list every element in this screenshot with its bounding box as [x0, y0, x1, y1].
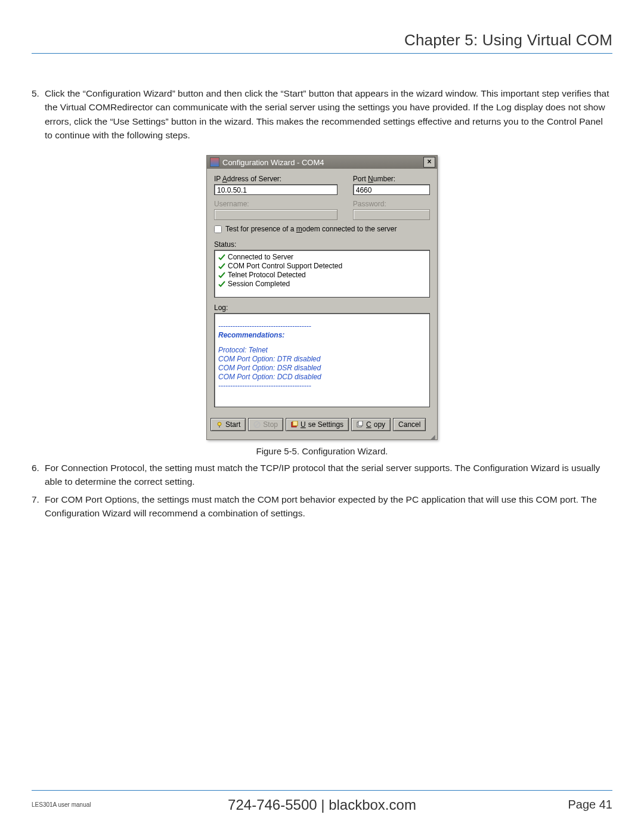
status-item: COM Port Control Support Detected	[218, 262, 426, 271]
chapter-title: Chapter 5: Using Virtual COM	[32, 31, 612, 49]
start-button[interactable]: Start	[210, 418, 246, 431]
log-label: Log:	[214, 304, 430, 312]
footer-rule	[32, 790, 612, 791]
app-icon	[210, 157, 219, 167]
close-icon[interactable]: ×	[423, 157, 435, 168]
log-line: COM Port Option: DSR disabled	[218, 364, 426, 373]
username-label: Username:	[214, 200, 338, 208]
footer-center: 724-746-5500 | blackbox.com	[32, 797, 612, 813]
username-input	[214, 209, 338, 220]
step-item: 7.For COM Port Options, the settings mus…	[32, 493, 612, 521]
log-line: Protocol: Telnet	[218, 346, 426, 355]
svg-rect-7	[358, 421, 363, 426]
header-rule	[32, 53, 612, 54]
status-item: Session Completed	[218, 280, 426, 289]
modem-check-label: Test for presence of a modem connected t…	[225, 225, 397, 233]
svg-line-3	[255, 423, 259, 426]
lightbulb-icon	[216, 421, 223, 428]
svg-point-0	[218, 422, 221, 426]
step-item: 6.For Connection Protocol, the setting m…	[32, 461, 612, 489]
stop-button: Stop	[248, 418, 283, 431]
log-panel: --------------------------------------- …	[214, 313, 430, 407]
port-number-input[interactable]: 4660	[353, 184, 430, 195]
password-label: Password:	[353, 200, 430, 208]
password-input	[353, 209, 430, 220]
status-item: Telnet Protocol Detected	[218, 271, 426, 280]
cancel-button[interactable]: Cancel	[393, 418, 426, 431]
steps-before-figure: 5.Click the “Configuration Wizard” butto…	[32, 86, 612, 142]
modem-check[interactable]	[214, 225, 222, 233]
page-footer: LES301A user manual 724-746-5500 | black…	[32, 790, 612, 812]
config-wizard-dialog: Configuration Wizard - COM4 × IP Address…	[206, 155, 438, 440]
dialog-title: Configuration Wizard - COM4	[222, 158, 324, 167]
resize-grip[interactable]: ◢	[207, 435, 437, 439]
steps-after-figure: 6.For Connection Protocol, the setting m…	[32, 461, 612, 520]
log-line: COM Port Option: DTR disabled	[218, 355, 426, 364]
svg-rect-5	[293, 421, 298, 426]
apply-icon	[291, 421, 298, 428]
copy-button[interactable]: Copy	[351, 418, 391, 431]
figure-caption: Figure 5-5. Configuration Wizard.	[32, 446, 612, 456]
port-number-label: Port Number:	[353, 175, 430, 183]
status-panel: Connected to ServerCOM Port Control Supp…	[214, 250, 430, 298]
ip-address-label: IP Address of Server:	[214, 175, 338, 183]
use-settings-button[interactable]: Use Settings	[286, 418, 349, 431]
status-item: Connected to Server	[218, 253, 426, 262]
dialog-button-row: Start Stop Use Settings Copy Cancel	[207, 413, 437, 435]
log-line: COM Port Option: DCD disabled	[218, 373, 426, 382]
ip-address-input[interactable]: 10.0.50.1	[214, 184, 338, 195]
status-label: Status:	[214, 240, 430, 249]
svg-rect-1	[219, 426, 220, 428]
step-item: 5.Click the “Configuration Wizard” butto…	[32, 86, 612, 142]
figure-wrap: Configuration Wizard - COM4 × IP Address…	[32, 155, 612, 440]
stop-icon	[253, 421, 261, 428]
dialog-titlebar: Configuration Wizard - COM4 ×	[207, 156, 437, 169]
copy-icon	[357, 421, 364, 428]
